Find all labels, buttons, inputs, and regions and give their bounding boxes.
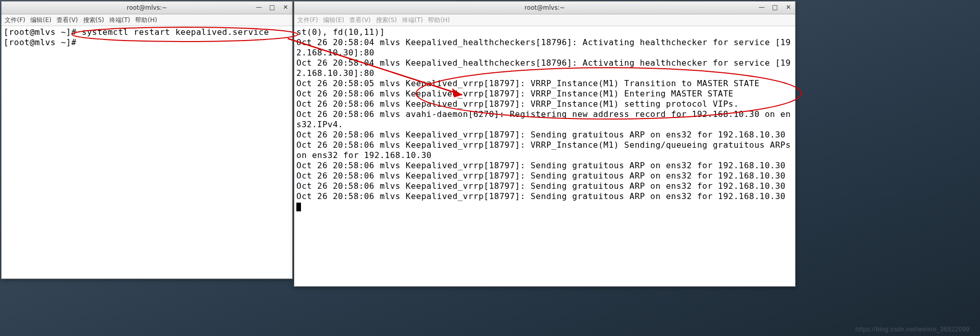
window-controls-left: — □ ✕ [254,3,290,12]
menubar-left: 文件(F) 编辑(E) 查看(V) 搜索(S) 终端(T) 帮助(H) [2,14,292,26]
terminal-line: Oct 26 20:58:06 mlvs Keepalived_vrrp[187… [296,89,733,98]
minimize-button[interactable]: — [757,3,766,12]
terminal-line: Oct 26 20:58:05 mlvs Keepalived_vrrp[187… [296,78,760,88]
menu-terminal[interactable]: 终端(T) [402,16,423,25]
terminal-line: Oct 26 20:58:06 mlvs Keepalived_vrrp[187… [296,130,785,140]
terminal-line: Oct 26 20:58:06 mlvs Keepalived_vrrp[187… [296,140,795,160]
menu-terminal[interactable]: 终端(T) [109,16,130,25]
titlebar-left[interactable]: root@mlvs:~ — □ ✕ [2,2,292,14]
menu-help[interactable]: 帮助(H) [135,16,157,25]
menubar-right: 文件(F) 编辑(E) 查看(V) 搜索(S) 终端(T) 帮助(H) [294,14,795,26]
window-title-right: root@mlvs:~ [294,4,795,11]
terminal-line: Oct 26 20:58:06 mlvs Keepalived_vrrp[187… [296,171,785,181]
terminal-line: Oct 26 20:58:06 mlvs Keepalived_vrrp[187… [296,191,785,201]
menu-search[interactable]: 搜索(S) [376,16,397,25]
terminal-body-right[interactable]: st(0), fd(10,11)] Oct 26 20:58:04 mlvs K… [294,26,795,286]
terminal-line: st(0), fd(10,11)] [296,27,385,37]
watermark: https://blog.csdn.net/weixin_36522099 [855,326,970,333]
terminal-line: Oct 26 20:58:04 mlvs Keepalived_healthch… [296,58,791,78]
terminal-line: Oct 26 20:58:06 mlvs Keepalived_vrrp[187… [296,161,785,170]
terminal-cursor [296,203,301,211]
menu-edit[interactable]: 编辑(E) [323,16,344,25]
menu-file[interactable]: 文件(F) [5,16,25,25]
terminal-line: Oct 26 20:58:06 mlvs avahi-daemon[6270]:… [296,109,791,129]
terminal-line: [root@mlvs ~]# systemctl restart keepali… [4,27,269,37]
terminal-window-right: root@mlvs:~ — □ ✕ 文件(F) 编辑(E) 查看(V) 搜索(S… [294,1,796,287]
maximize-button[interactable]: □ [268,3,277,12]
menu-file[interactable]: 文件(F) [297,16,318,25]
terminal-line: Oct 26 20:58:06 mlvs Keepalived_vrrp[187… [296,99,739,109]
maximize-button[interactable]: □ [770,3,780,12]
close-button[interactable]: ✕ [281,3,290,12]
terminal-line: [root@mlvs ~]# [4,37,82,47]
terminal-line: Oct 26 20:58:04 mlvs Keepalived_healthch… [296,37,791,57]
terminal-body-left[interactable]: [root@mlvs ~]# systemctl restart keepali… [2,26,292,279]
minimize-button[interactable]: — [254,3,263,12]
menu-search[interactable]: 搜索(S) [83,16,104,25]
titlebar-right[interactable]: root@mlvs:~ — □ ✕ [294,2,795,14]
menu-edit[interactable]: 编辑(E) [30,16,51,25]
terminal-window-left: root@mlvs:~ — □ ✕ 文件(F) 编辑(E) 查看(V) 搜索(S… [1,1,293,279]
menu-view[interactable]: 查看(V) [349,16,371,25]
close-button[interactable]: ✕ [784,3,793,12]
terminal-line: Oct 26 20:58:06 mlvs Keepalived_vrrp[187… [296,181,785,191]
window-controls-right: — □ ✕ [757,3,793,12]
window-title-left: root@mlvs:~ [2,4,292,11]
menu-view[interactable]: 查看(V) [56,16,78,25]
menu-help[interactable]: 帮助(H) [428,16,449,25]
desktop: root@mlvs:~ — □ ✕ 文件(F) 编辑(E) 查看(V) 搜索(S… [0,0,980,336]
